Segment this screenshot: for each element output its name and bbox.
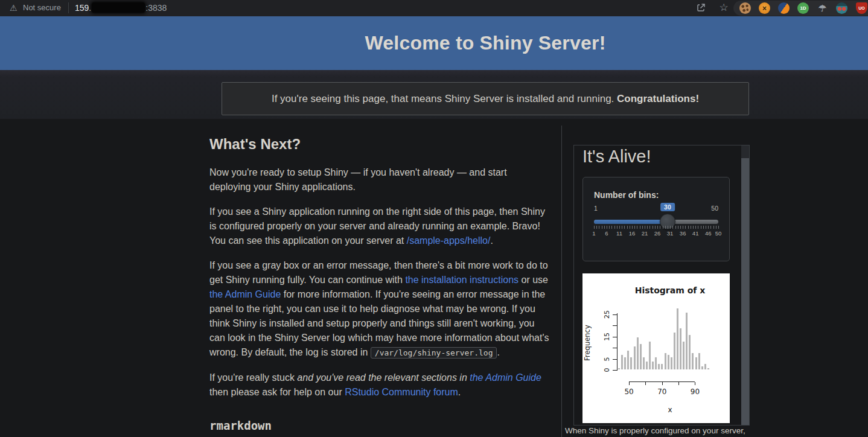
admin-guide-italic-link[interactable]: the Admin Guide bbox=[470, 372, 541, 383]
slider-minor-tick bbox=[668, 226, 668, 229]
swirl-extension-icon[interactable] bbox=[778, 2, 790, 14]
y-axis-tick-label: 0 bbox=[603, 368, 611, 372]
slider-minor-tick bbox=[655, 226, 656, 229]
sample-apps-link[interactable]: /sample-apps/hello/ bbox=[407, 235, 491, 246]
histogram-bars bbox=[617, 304, 710, 370]
y-axis-tick bbox=[613, 370, 617, 371]
x-axis-label: x bbox=[613, 406, 727, 414]
slider-minor-tick bbox=[718, 226, 719, 229]
y-axis-tick bbox=[613, 314, 617, 315]
histogram-bar bbox=[707, 368, 710, 370]
browser-toolbar: ⚠ Not secure 159.:3838 ☆ × 1D ☂ U bbox=[0, 0, 868, 16]
banner-text: If you're seeing this page, that means S… bbox=[272, 93, 699, 105]
slider-minor-tick bbox=[609, 226, 610, 229]
y-axis-tick-label: 15 bbox=[603, 333, 611, 341]
slider-minor-tick bbox=[607, 226, 607, 229]
slider-tick-label: 31 bbox=[667, 230, 674, 237]
slider-minor-tick bbox=[688, 226, 689, 229]
umbrella-extension-icon[interactable]: ☂ bbox=[817, 2, 828, 14]
slider-minor-tick bbox=[619, 226, 620, 229]
address-bar-separator bbox=[68, 2, 69, 13]
x-axis-tick bbox=[695, 382, 695, 385]
slider-minor-tick bbox=[701, 226, 701, 229]
y-axis-label: Frequency bbox=[583, 316, 592, 370]
iframe-scrollbar-track[interactable] bbox=[741, 145, 749, 425]
slider-minor-tick bbox=[642, 226, 643, 229]
bins-label: Number of bins: bbox=[594, 190, 659, 200]
slider-minor-tick bbox=[708, 226, 709, 229]
x-axis-tick-label: 90 bbox=[691, 388, 700, 396]
plot-title: Histogram of x bbox=[613, 285, 727, 295]
cookie-extension-icon[interactable] bbox=[739, 2, 751, 14]
app-title: It's Alive! bbox=[582, 147, 651, 167]
slider-minor-tick bbox=[657, 226, 658, 229]
page: ⚠ Not secure 159.:3838 ☆ × 1D ☂ U bbox=[0, 0, 868, 437]
slider-minor-tick bbox=[698, 226, 698, 229]
url-port: :3838 bbox=[145, 3, 167, 13]
log-path-code: /var/log/shiny-server.log bbox=[371, 347, 497, 359]
x-axis-tick bbox=[662, 382, 663, 385]
slider-minor-tick bbox=[675, 226, 676, 229]
x-axis-tick-label: 50 bbox=[624, 388, 633, 396]
paragraph-troubleshoot: If you see a gray box or an error messag… bbox=[209, 258, 550, 360]
installation-instructions-link[interactable]: the installation instructions bbox=[405, 275, 519, 285]
x-axis-tick-label: 70 bbox=[657, 388, 666, 396]
slider-minor-tick bbox=[624, 226, 625, 229]
paragraph-help: If you're really stuck and you've read t… bbox=[209, 371, 550, 400]
page-title: Welcome to Shiny Server! bbox=[365, 32, 605, 54]
slider-minor-tick bbox=[594, 226, 595, 229]
slider-max-label: 50 bbox=[711, 205, 718, 212]
x-axis-tick bbox=[629, 382, 630, 385]
slider-tick-label: 36 bbox=[680, 230, 686, 237]
extensions-pill: × 1D ☂ UO bbox=[733, 1, 868, 16]
page-header-inner: Welcome to Shiny Server! bbox=[103, 16, 868, 70]
slider-minor-tick bbox=[683, 226, 683, 229]
redacted-url-segment bbox=[92, 2, 145, 13]
slider-minor-tick bbox=[713, 226, 714, 229]
url-text: 159. bbox=[75, 3, 91, 13]
section-heading: What's Next? bbox=[209, 136, 550, 153]
x-axis-tick bbox=[678, 382, 679, 385]
slider-minor-tick bbox=[672, 226, 673, 229]
slider-minor-tick bbox=[627, 226, 628, 229]
not-secure-label[interactable]: Not secure bbox=[23, 3, 61, 12]
slider-minor-tick bbox=[630, 226, 630, 229]
admin-guide-link[interactable]: the Admin Guide bbox=[209, 289, 281, 299]
page-header: Welcome to Shiny Server! bbox=[0, 16, 868, 70]
slider-minor-tick bbox=[678, 226, 678, 229]
not-secure-warning-icon[interactable]: ⚠ bbox=[10, 2, 18, 13]
slider-tick-label: 1 bbox=[592, 230, 595, 237]
iframe-scrollbar-thumb[interactable] bbox=[741, 158, 749, 425]
share-icon[interactable] bbox=[695, 2, 706, 13]
slider-well: Number of bins: 1 50 30 1611162126313641… bbox=[582, 177, 730, 261]
x-axis-tick bbox=[645, 382, 646, 385]
slider-minor-tick bbox=[670, 226, 671, 229]
slider-minor-tick bbox=[685, 226, 686, 229]
orange-x-extension-icon[interactable]: × bbox=[759, 2, 770, 14]
bookmark-star-icon[interactable]: ☆ bbox=[718, 2, 729, 13]
rmarkdown-heading: rmarkdown bbox=[209, 419, 550, 432]
slider-value-badge: 30 bbox=[660, 203, 675, 211]
bins-slider[interactable] bbox=[594, 220, 718, 224]
histogram-plot: Histogram of x Frequency 051525507090 x bbox=[582, 273, 730, 423]
banner-band: If you're seeing this page, that means S… bbox=[0, 70, 868, 119]
paragraph-sample-app: If you see a Shiny application running o… bbox=[209, 205, 550, 248]
paragraph-intro: Now you're ready to setup Shiny — if you… bbox=[209, 165, 550, 194]
slider-minor-tick bbox=[611, 226, 612, 229]
rstudio-community-link[interactable]: RStudio Community forum bbox=[345, 387, 458, 397]
slider-minor-tick bbox=[660, 226, 660, 229]
goggles-extension-icon[interactable] bbox=[836, 2, 847, 14]
slider-minor-tick bbox=[634, 226, 635, 229]
slider-minor-tick bbox=[632, 226, 633, 229]
address-bar[interactable]: 159.:3838 bbox=[75, 2, 167, 13]
slider-minor-tick bbox=[695, 226, 696, 229]
shield-extension-icon[interactable]: UO bbox=[856, 2, 867, 14]
slider-minor-tick bbox=[602, 226, 602, 229]
congratulations-banner: If you're seeing this page, that means S… bbox=[222, 82, 749, 115]
slider-tick-label: 41 bbox=[692, 230, 699, 237]
slider-minor-tick bbox=[647, 226, 648, 229]
slider-minor-tick bbox=[617, 226, 617, 229]
slider-minor-tick bbox=[710, 226, 711, 229]
green-extension-icon[interactable]: 1D bbox=[797, 2, 809, 14]
slider-minor-tick bbox=[596, 226, 597, 229]
